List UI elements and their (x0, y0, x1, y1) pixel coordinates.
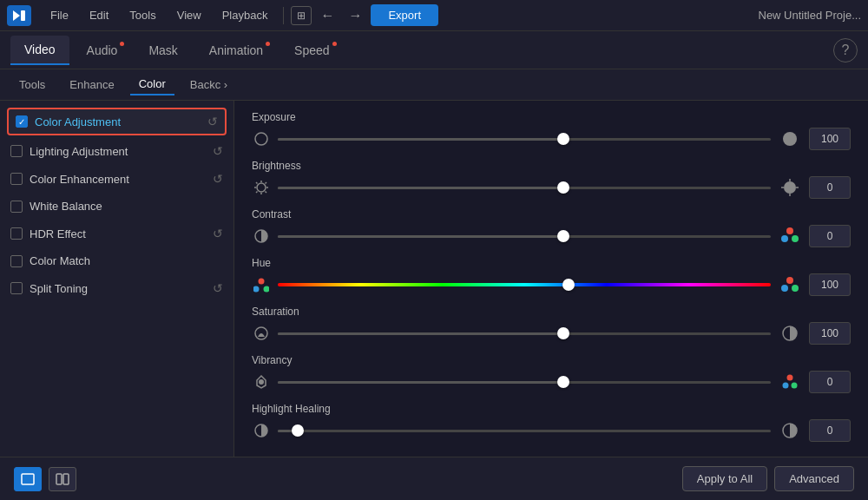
undo-button[interactable]: ← (315, 4, 339, 27)
slider-row-hue: 100 (252, 273, 851, 297)
contrast-slider[interactable] (278, 227, 771, 245)
highlight-healing-icon-left (252, 421, 271, 440)
chevron-right-icon: › (224, 78, 227, 91)
vibrancy-icon-right (778, 370, 802, 394)
svg-point-21 (781, 235, 788, 242)
svg-line-9 (256, 182, 258, 184)
panel-item-color-enhancement[interactable]: Color Enhancement ↺ (0, 165, 233, 193)
exposure-value[interactable]: 100 (809, 128, 851, 150)
svg-point-25 (786, 277, 793, 284)
menu-tools[interactable]: Tools (121, 5, 164, 25)
panel-item-color-adjustment[interactable]: ✓ Color Adjustment ↺ (7, 108, 227, 135)
vibrancy-value[interactable]: 0 (809, 371, 851, 393)
screen-layout-button[interactable]: ⊞ (291, 6, 312, 25)
redo-button[interactable]: → (343, 4, 367, 27)
slider-group-vibrancy: Vibrancy 0 (252, 354, 851, 394)
panel-item-white-balance[interactable]: White Balance (0, 193, 233, 220)
panel-item-lighting-adjustment[interactable]: Lighting Adjustment ↺ (0, 137, 233, 165)
tab-animation[interactable]: Animation (195, 36, 277, 64)
slider-group-contrast: Contrast 0 (252, 208, 851, 248)
hue-icon-left (252, 275, 271, 294)
menu-playback[interactable]: Playback (214, 5, 277, 25)
right-panel: Exposure 100 Brightness (234, 101, 868, 500)
highlight-healing-slider[interactable] (278, 422, 771, 439)
hue-slider[interactable] (278, 276, 771, 293)
menu-separator (283, 7, 284, 24)
reset-icon-color-adjustment[interactable]: ↺ (207, 115, 218, 128)
tab-audio[interactable]: Audio (73, 36, 132, 64)
brightness-slider[interactable] (278, 179, 771, 196)
panel-item-color-match[interactable]: Color Match (0, 247, 233, 274)
exposure-icon-right (778, 127, 802, 151)
svg-line-10 (266, 192, 267, 194)
exposure-slider[interactable] (278, 130, 771, 148)
slider-label-contrast: Contrast (252, 208, 851, 220)
tab-speed[interactable]: Speed (280, 36, 343, 64)
contrast-icon-left (252, 227, 271, 246)
svg-point-3 (783, 132, 797, 146)
svg-point-27 (781, 285, 788, 292)
advanced-button[interactable]: Advanced (774, 466, 854, 491)
slider-row-contrast: 0 (252, 224, 851, 248)
app-logo (7, 5, 31, 26)
subtab-enhance[interactable]: Enhance (61, 75, 122, 95)
svg-point-4 (257, 183, 266, 192)
brightness-value[interactable]: 0 (809, 176, 851, 199)
checkbox-hdr-effect[interactable] (10, 227, 23, 240)
audio-dot (120, 42, 124, 46)
slider-row-vibrancy: 0 (252, 370, 851, 394)
contrast-icon-right (778, 224, 802, 248)
reset-icon-split-toning[interactable]: ↺ (213, 281, 223, 295)
panel-item-split-toning[interactable]: Split Toning ↺ (0, 274, 233, 302)
highlight-healing-value[interactable]: 0 (809, 419, 851, 442)
subtab-tools[interactable]: Tools (10, 75, 54, 95)
slider-label-saturation: Saturation (252, 306, 851, 318)
panel-item-hdr-effect[interactable]: HDR Effect ↺ (0, 220, 233, 247)
menu-view[interactable]: View (168, 5, 210, 25)
export-button[interactable]: Export (371, 4, 438, 26)
checkbox-split-toning[interactable] (10, 282, 23, 294)
checkbox-lighting-adjustment[interactable] (10, 145, 23, 157)
tab-video[interactable]: Video (10, 36, 69, 65)
contrast-value[interactable]: 0 (809, 225, 851, 247)
checkbox-color-adjustment[interactable]: ✓ (16, 115, 28, 128)
slider-label-exposure: Exposure (252, 111, 851, 123)
reset-icon-hdr-effect[interactable]: ↺ (213, 227, 223, 240)
view-split-button[interactable] (49, 467, 76, 491)
slider-group-brightness: Brightness 0 (252, 160, 851, 200)
svg-point-23 (264, 286, 270, 293)
reset-icon-color-enhancement[interactable]: ↺ (213, 172, 223, 186)
svg-line-11 (266, 182, 267, 184)
apply-to-all-button[interactable]: Apply to All (682, 466, 767, 491)
exposure-icon-left (252, 129, 271, 148)
svg-point-20 (792, 235, 799, 242)
checkbox-white-balance[interactable] (10, 201, 23, 213)
brightness-icon-left (252, 178, 271, 197)
subtab-backc[interactable]: Backc › (181, 75, 236, 95)
left-panel: ✓ Color Adjustment ↺ Lighting Adjustment… (0, 101, 234, 500)
hue-value[interactable]: 100 (809, 273, 851, 296)
saturation-value[interactable]: 100 (809, 322, 851, 345)
checkbox-color-enhancement[interactable] (10, 173, 23, 185)
tab-mask[interactable]: Mask (135, 36, 191, 64)
bottom-bar: Apply to All Advanced (0, 457, 868, 500)
content-area: ✓ Color Adjustment ↺ Lighting Adjustment… (0, 101, 868, 500)
speed-dot (332, 42, 337, 46)
help-icon[interactable]: ? (833, 38, 858, 62)
reset-icon-lighting-adjustment[interactable]: ↺ (213, 144, 223, 158)
slider-label-hue: Hue (252, 257, 851, 269)
svg-rect-37 (22, 474, 34, 484)
project-title: New Untitled Proje... (759, 9, 862, 22)
label-color-adjustment: Color Adjustment (35, 115, 201, 128)
view-single-button[interactable] (14, 467, 42, 491)
svg-rect-38 (56, 474, 62, 484)
svg-point-24 (253, 286, 260, 293)
checkbox-color-match[interactable] (10, 255, 23, 267)
slider-row-brightness: 0 (252, 175, 851, 200)
vibrancy-slider[interactable] (278, 373, 771, 391)
subtab-color[interactable]: Color (130, 74, 174, 95)
saturation-slider[interactable] (278, 325, 771, 342)
slider-row-saturation: 100 (252, 321, 851, 345)
menu-edit[interactable]: Edit (81, 5, 117, 25)
menu-file[interactable]: File (42, 5, 77, 25)
